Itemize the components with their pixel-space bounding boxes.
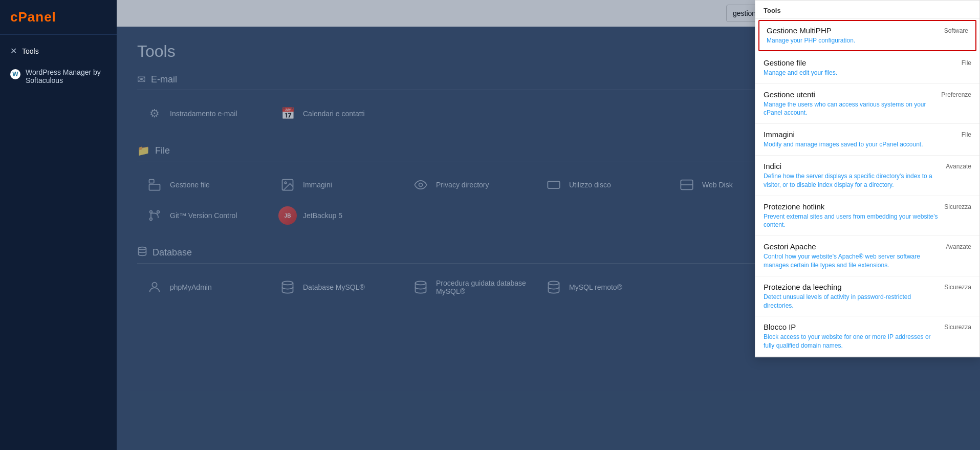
dropdown-item-category-2: Preferenze	[941, 91, 971, 98]
gestione-file-label: Gestione file	[170, 181, 210, 189]
dropdown-item-desc-1: Manage and edit your files.	[764, 69, 956, 77]
svg-point-17	[282, 281, 293, 285]
dropdown-item-desc-7: Detect unusual levels of activity in pas…	[764, 293, 939, 310]
tool-gestione-file[interactable]: Gestione file	[137, 169, 270, 200]
dropdown-item-title-3: Immagini	[764, 130, 956, 139]
dropdown-item-content-8: Blocco IP Block access to your website f…	[764, 323, 939, 350]
dropdown-item-content-5: Protezione hotlink Prevent external site…	[764, 202, 939, 230]
dropdown-item-title-1: Gestione file	[764, 58, 956, 67]
dropdown-item-gestione-multiphp[interactable]: Gestione MultiPHP Manage your PHP config…	[758, 20, 976, 51]
file-section-title: File	[155, 145, 170, 156]
database-section-icon	[137, 246, 147, 259]
sidebar-wordpress-label: WordPress Manager by Softaculous	[26, 68, 106, 84]
dropdown-item-blocco-ip[interactable]: Blocco IP Block access to your website f…	[755, 316, 979, 357]
dropdown-section-label: Tools	[755, 1, 979, 19]
dropdown-item-title-7: Protezione da leeching	[764, 283, 939, 291]
dropdown-item-content-7: Protezione da leeching Detect unusual le…	[764, 283, 939, 310]
dropdown-item-protezione-leeching[interactable]: Protezione da leeching Detect unusual le…	[755, 276, 979, 317]
dropdown-item-protezione-hotlink[interactable]: Protezione hotlink Prevent external site…	[755, 196, 979, 237]
dropdown-item-gestori-apache[interactable]: Gestori Apache Control how your website'…	[755, 236, 979, 276]
dropdown-item-title-4: Indici	[764, 162, 941, 170]
tool-mysql-remote[interactable]: MySQL remoto®	[536, 272, 669, 303]
sidebar-item-tools[interactable]: ✕ Tools	[0, 40, 117, 62]
svg-rect-2	[149, 184, 160, 190]
dropdown-item-category-3: File	[962, 131, 971, 138]
sidebar: cPanel ✕ Tools W WordPress Manager by So…	[0, 0, 117, 450]
tools-icon: ✕	[10, 46, 17, 56]
mysql-remote-label: MySQL remoto®	[569, 283, 622, 291]
svg-point-5	[419, 183, 423, 187]
dropdown-item-category-7: Sicurezza	[944, 284, 971, 291]
git-label: Git™ Version Control	[170, 211, 237, 220]
tool-privacy-directory[interactable]: Privacy directory	[403, 169, 536, 200]
mysql-wizard-label: Procedura guidata database MySQL®	[436, 279, 528, 295]
dropdown-item-gestione-file[interactable]: Gestione file Manage and edit your files…	[755, 52, 979, 84]
dropdown-item-title-2: Gestione utenti	[764, 90, 936, 99]
dropdown-item-title-0: Gestione MultiPHP	[767, 26, 939, 35]
sidebar-item-label: Tools	[22, 47, 39, 55]
dropdown-item-title-8: Blocco IP	[764, 323, 939, 331]
dropdown-item-content-6: Gestori Apache Control how your website'…	[764, 242, 941, 270]
search-dropdown-panel: Tools Gestione MultiPHP Manage your PHP …	[755, 0, 980, 357]
sidebar-nav: ✕ Tools W WordPress Manager by Softaculo…	[0, 35, 117, 96]
dropdown-item-desc-6: Control how your website's Apache® web s…	[764, 252, 941, 270]
dropdown-item-content-3: Immagini Modify and manage images saved …	[764, 130, 956, 149]
instradamento-email-label: Instradamento e-mail	[170, 110, 237, 118]
svg-point-16	[152, 283, 157, 287]
phpmyadmin-icon	[145, 278, 164, 296]
svg-point-19	[549, 281, 559, 285]
svg-point-12	[157, 211, 160, 213]
svg-rect-6	[548, 181, 559, 188]
dropdown-item-content-2: Gestione utenti Manage the users who can…	[764, 90, 936, 118]
privacy-icon	[411, 176, 430, 194]
dropdown-item-title-6: Gestori Apache	[764, 242, 941, 251]
git-icon	[145, 206, 164, 225]
tool-calendari[interactable]: 📅 Calendari e contatti	[270, 98, 403, 129]
dropdown-item-category-6: Avanzate	[946, 243, 971, 250]
main-content: × Tools ✉ E-mail ⚙ I	[117, 0, 980, 450]
dropdown-item-category-0: Software	[944, 27, 968, 34]
dropdown-item-category-5: Sicurezza	[944, 203, 971, 210]
dropdown-item-desc-5: Prevent external sites and users from em…	[764, 212, 939, 230]
dropdown-item-content-1: Gestione file Manage and edit your files…	[764, 58, 956, 77]
cpanel-logo-text: cPanel	[10, 9, 106, 25]
email-section-icon: ✉	[137, 73, 146, 85]
sidebar-item-wordpress[interactable]: W WordPress Manager by Softaculous	[0, 62, 117, 91]
dropdown-item-indici[interactable]: Indici Define how the server displays a …	[755, 156, 979, 196]
dropdown-item-immagini[interactable]: Immagini Modify and manage images saved …	[755, 124, 979, 156]
instradamento-email-icon: ⚙	[145, 104, 164, 123]
privacy-label: Privacy directory	[436, 181, 489, 189]
tool-utilizzo-disco[interactable]: Utilizzo disco	[536, 169, 669, 200]
file-section-icon: 📁	[137, 144, 150, 157]
immagini-icon	[278, 176, 297, 194]
wordpress-icon: W	[10, 69, 20, 79]
dropdown-item-category-8: Sicurezza	[944, 324, 971, 331]
immagini-label: Immagini	[303, 181, 332, 189]
mysql-label: Database MySQL®	[303, 283, 365, 291]
mysql-wizard-icon	[411, 278, 430, 296]
tool-instradamento-email[interactable]: ⚙ Instradamento e-mail	[137, 98, 270, 129]
svg-point-18	[416, 281, 426, 285]
gestione-file-icon	[145, 176, 164, 194]
sidebar-logo: cPanel	[0, 0, 117, 35]
dropdown-item-desc-3: Modify and manage images saved to your c…	[764, 140, 956, 149]
svg-rect-1	[149, 180, 154, 183]
svg-point-11	[150, 218, 153, 221]
dropdown-item-gestione-utenti[interactable]: Gestione utenti Manage the users who can…	[755, 84, 979, 124]
mysql-remote-icon	[545, 278, 563, 296]
utilizzo-disco-icon	[545, 176, 563, 194]
tool-immagini[interactable]: Immagini	[270, 169, 403, 200]
tool-jetbackup[interactable]: JB JetBackup 5	[270, 200, 403, 231]
tool-phpmyadmin[interactable]: phpMyAdmin	[137, 272, 270, 303]
utilizzo-disco-label: Utilizzo disco	[569, 181, 611, 189]
tool-mysql[interactable]: Database MySQL®	[270, 272, 403, 303]
jetbackup-icon: JB	[278, 206, 297, 225]
email-section-title: E-mail	[151, 74, 177, 85]
dropdown-item-title-5: Protezione hotlink	[764, 202, 939, 211]
tool-git[interactable]: Git™ Version Control	[137, 200, 270, 231]
mysql-icon	[278, 278, 297, 296]
tool-mysql-wizard[interactable]: Procedura guidata database MySQL®	[403, 272, 536, 303]
dropdown-item-desc-4: Define how the server displays a specifi…	[764, 172, 941, 189]
dropdown-item-desc-2: Manage the users who can access various …	[764, 100, 936, 118]
calendari-icon: 📅	[278, 104, 297, 123]
